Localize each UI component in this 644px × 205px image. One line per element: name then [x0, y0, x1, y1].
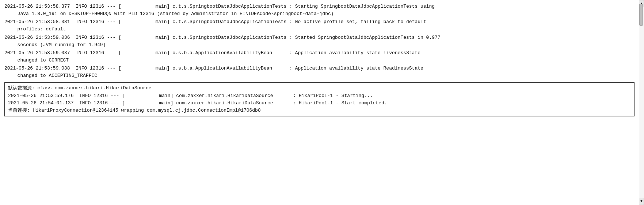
log-line-2: 2021-05-26 21:53:58.381 INFO 12316 --- [… — [4, 18, 635, 26]
scrollbar-thumb[interactable] — [639, 4, 643, 26]
log-line-3b: seconds (JVM running for 1.949) — [4, 41, 635, 49]
scrollbar-panel: ▲ ▼ — [639, 0, 644, 205]
log-line-5: 2021-05-26 21:53:59.038 INFO 12316 --- [… — [4, 65, 635, 72]
highlighted-line-2: 2021-05-26 21:54:01.137 INFO 12316 --- [… — [8, 100, 631, 107]
log-block-4: 2021-05-26 21:53:59.037 INFO 12316 --- [… — [4, 49, 635, 64]
log-block-5: 2021-05-26 21:53:59.038 INFO 12316 --- [… — [4, 65, 635, 79]
scrollbar-down-button[interactable]: ▼ — [639, 198, 644, 205]
log-line-4b: changed to CORRECT — [4, 57, 635, 64]
log-block-1: 2021-05-26 21:53:58.377 INFO 12316 --- [… — [4, 3, 635, 18]
log-block-2: 2021-05-26 21:53:58.381 INFO 12316 --- [… — [4, 18, 635, 33]
highlighted-label: 默认数据源: class com.zaxxer.hikari.HikariDat… — [8, 85, 631, 92]
highlighted-section: 默认数据源: class com.zaxxer.hikari.HikariDat… — [4, 82, 635, 116]
log-line-1: 2021-05-26 21:53:58.377 INFO 12316 --- [… — [4, 3, 635, 10]
highlighted-line-1: 2021-05-26 21:53:59.176 INFO 12316 --- [… — [8, 92, 631, 100]
log-block-3: 2021-05-26 21:53:59.036 INFO 12316 --- [… — [4, 34, 635, 49]
log-line-4: 2021-05-26 21:53:59.037 INFO 12316 --- [… — [4, 49, 635, 57]
log-container: 2021-05-26 21:53:58.377 INFO 12316 --- [… — [0, 0, 644, 205]
log-line-5b: changed to ACCEPTING_TRAFFIC — [4, 72, 635, 79]
log-line-1b: Java 1.8.0_191 on DESKTOP-FH0HDQN with P… — [4, 10, 635, 18]
log-line-3: 2021-05-26 21:53:59.036 INFO 12316 --- [… — [4, 34, 635, 41]
scrollbar-track — [639, 7, 644, 198]
log-line-2b: profiles: default — [4, 26, 635, 33]
log-content-area[interactable]: 2021-05-26 21:53:58.377 INFO 12316 --- [… — [0, 0, 639, 205]
highlighted-line-3: 当前连接: HikariProxyConnection@12364145 wra… — [8, 107, 631, 114]
